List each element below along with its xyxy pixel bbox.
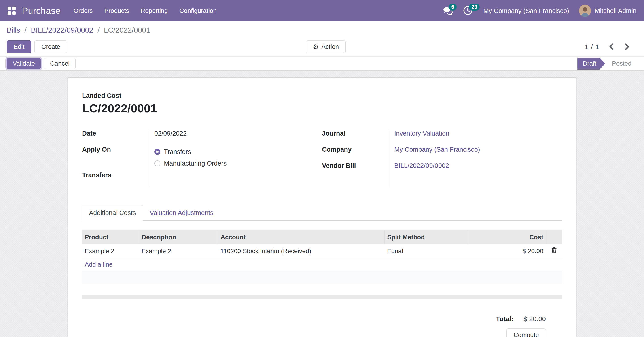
control-panel: Bills / BILL/2022/09/0002 / LC/2022/0001…	[0, 22, 644, 56]
cost-lines-table: Product Description Account Split Method…	[82, 230, 562, 299]
document-type-label: Landed Cost	[82, 92, 562, 99]
cancel-button[interactable]: Cancel	[44, 58, 76, 69]
messages-icon[interactable]: 6	[443, 6, 453, 15]
col-cost[interactable]: Cost	[467, 230, 546, 244]
control-panel-center: ⚙ Action	[67, 40, 584, 53]
left-values: 02/09/2022 Transfers Manufacturing Order…	[149, 130, 305, 188]
breadcrumb: Bills / BILL/2022/09/0002 / LC/2022/0001	[7, 26, 637, 35]
validate-button[interactable]: Validate	[7, 58, 41, 69]
edit-button[interactable]: Edit	[7, 40, 31, 53]
radio-selected-icon[interactable]	[154, 149, 160, 155]
menu-products[interactable]: Products	[100, 4, 134, 18]
vendor-bill-field[interactable]: BILL/2022/09/0002	[394, 162, 449, 169]
company-label: Company	[322, 146, 389, 162]
add-a-line-link[interactable]: Add a line	[82, 258, 562, 271]
breadcrumb-separator: /	[24, 26, 26, 34]
radio-mo-label: Manufacturing Orders	[164, 160, 226, 167]
statusbar-buttons: Validate Cancel	[7, 58, 76, 69]
total-label: Total:	[496, 315, 514, 323]
company-switcher[interactable]: My Company (San Francisco)	[483, 7, 569, 15]
odoo-app-window: Purchase Orders Products Reporting Confi…	[0, 0, 644, 337]
cell-split-method: Equal	[384, 244, 467, 258]
stage-posted[interactable]: Posted	[612, 60, 632, 67]
field-groups: Date Apply On Transfers 02/09/2022 Trans…	[82, 130, 562, 188]
date-field: 02/09/2022	[154, 130, 305, 146]
pager-count: 1 / 1	[584, 43, 600, 51]
activities-clock-icon[interactable]: 29	[463, 6, 474, 15]
control-panel-buttons-row: Edit Create ⚙ Action 1 / 1	[7, 40, 637, 53]
pager-next-button[interactable]	[623, 43, 631, 51]
menu-orders[interactable]: Orders	[69, 4, 98, 18]
col-product[interactable]: Product	[82, 230, 139, 244]
col-description[interactable]: Description	[139, 230, 218, 244]
cell-account: 110200 Stock Interim (Received)	[218, 244, 384, 258]
journal-field[interactable]: Inventory Valuation	[394, 130, 449, 137]
messages-badge: 6	[449, 4, 456, 11]
field-group-right: Journal Company Vendor Bill Inventory Va…	[322, 130, 562, 188]
company-field[interactable]: My Company (San Francisco)	[394, 146, 480, 153]
pager-previous-button[interactable]	[607, 43, 616, 51]
table-footer-band	[82, 295, 562, 299]
activities-badge: 29	[469, 4, 480, 11]
vendor-bill-label: Vendor Bill	[322, 162, 389, 178]
cell-product: Example 2	[82, 244, 139, 258]
action-button-label: Action	[322, 43, 339, 50]
navbar-left: Purchase Orders Products Reporting Confi…	[0, 4, 222, 18]
chevron-right-icon	[624, 44, 630, 50]
gear-icon: ⚙	[313, 44, 319, 50]
right-values: Inventory Valuation My Company (San Fran…	[389, 130, 562, 188]
menu-reporting[interactable]: Reporting	[136, 4, 173, 18]
totals-row: Total: $ 20.00	[82, 315, 562, 323]
apply-on-field: Transfers Manufacturing Orders	[154, 146, 305, 171]
systray: 6 29 My Company (San Francisco)	[443, 5, 644, 17]
date-label: Date	[82, 130, 149, 146]
total-value: $ 20.00	[524, 315, 546, 323]
content-area: Landed Cost LC/2022/0001 Date Apply On T…	[0, 71, 644, 337]
transfers-field	[154, 171, 305, 188]
compute-row: Compute	[82, 328, 562, 337]
app-menus: Orders Products Reporting Configuration	[69, 4, 222, 18]
table-header-row: Product Description Account Split Method…	[82, 230, 562, 244]
grid-icon	[8, 7, 16, 15]
app-name[interactable]: Purchase	[22, 6, 60, 16]
control-panel-left: Edit Create	[7, 40, 67, 53]
menu-configuration[interactable]: Configuration	[174, 4, 222, 18]
transfers-label: Transfers	[82, 171, 149, 188]
pager: 1 / 1	[584, 43, 637, 51]
notebook-tabs: Additional Costs Valuation Adjustments	[82, 205, 562, 221]
user-menu[interactable]: Mitchell Admin	[579, 5, 636, 17]
apply-option-transfers[interactable]: Transfers	[154, 146, 305, 158]
field-group-left: Date Apply On Transfers 02/09/2022 Trans…	[82, 130, 322, 188]
right-labels: Journal Company Vendor Bill	[322, 130, 389, 188]
col-actions	[546, 230, 562, 244]
compute-button[interactable]: Compute	[506, 328, 546, 337]
tab-additional-costs[interactable]: Additional Costs	[82, 205, 143, 221]
chevron-left-icon	[608, 44, 614, 50]
delete-row-button[interactable]	[546, 244, 562, 258]
apply-option-manufacturing-orders[interactable]: Manufacturing Orders	[154, 158, 305, 169]
form-sheet: Landed Cost LC/2022/0001 Date Apply On T…	[68, 77, 576, 337]
action-button[interactable]: ⚙ Action	[306, 40, 346, 53]
cell-cost: $ 20.00	[467, 244, 546, 258]
col-account[interactable]: Account	[218, 230, 384, 244]
radio-transfers-label: Transfers	[164, 148, 191, 156]
add-a-line-row: Add a line	[82, 258, 562, 271]
left-labels: Date Apply On Transfers	[82, 130, 149, 188]
apps-menu-icon[interactable]	[5, 4, 18, 18]
top-navbar: Purchase Orders Products Reporting Confi…	[0, 0, 644, 22]
trash-icon	[551, 247, 557, 253]
radio-unselected-icon[interactable]	[154, 160, 160, 166]
apply-on-label: Apply On	[82, 146, 149, 171]
breadcrumb-current: LC/2022/0001	[104, 26, 150, 34]
stage-draft[interactable]: Draft	[577, 58, 605, 70]
breadcrumb-link-bills[interactable]: Bills	[7, 26, 20, 34]
breadcrumb-link-bill[interactable]: BILL/2022/09/0002	[31, 26, 93, 34]
tab-valuation-adjustments[interactable]: Valuation Adjustments	[143, 205, 220, 221]
create-button[interactable]: Create	[34, 40, 67, 53]
page-title: LC/2022/0001	[82, 102, 562, 115]
col-split-method[interactable]: Split Method	[384, 230, 467, 244]
empty-row-blank	[82, 283, 562, 295]
journal-label: Journal	[322, 130, 389, 146]
table-row[interactable]: Example 2 Example 2 110200 Stock Interim…	[82, 244, 562, 258]
breadcrumb-separator: /	[98, 26, 100, 34]
